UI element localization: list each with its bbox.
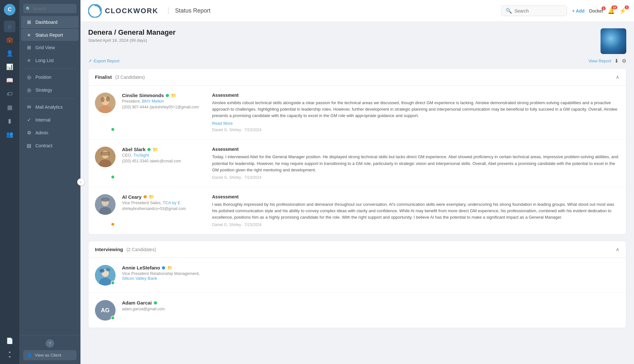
finalist-collapse-button[interactable]: ∧: [616, 74, 620, 80]
rail-circle-icon[interactable]: ●●: [4, 349, 15, 360]
rail-home-icon[interactable]: ⌂: [4, 21, 15, 32]
add-button[interactable]: + Add: [572, 8, 585, 14]
sidebar-collapse-button[interactable]: ‹: [77, 178, 84, 186]
sidebar: ‹ 🔍 ⊞ Dashboard ≡ Status Report ⊞ Grid V…: [19, 0, 80, 364]
candidate-company-link[interactable]: TruSight: [133, 153, 149, 158]
candidate-company-link[interactable]: BNY Mellon: [142, 99, 164, 104]
rail-users-icon[interactable]: 👤: [4, 48, 15, 59]
table-row: Al Ceary 📁 Vice President Sales, TCA by …: [89, 187, 626, 234]
candidate-contact-cinslie: (203) 907-4444 /jackshirley05+1@gmail.co…: [122, 105, 206, 109]
topbar-search-box: 🔍: [501, 5, 567, 16]
assessment-block-annie: [212, 265, 620, 286]
sidebar-item-admin[interactable]: ⚙ Admin: [21, 127, 79, 139]
rail-user-group-icon[interactable]: 👥: [4, 129, 15, 140]
candidate-contact-abel: (203) 451-3340 /abelc@cmail.com: [122, 159, 206, 163]
page-title: Denera / General Manager: [88, 28, 175, 37]
candidate-info-cinslie: Cinslie Simmonds 📁 President, BNY Mellon…: [122, 93, 206, 132]
sidebar-bottom: ? 👤 View as Client: [19, 335, 80, 364]
svg-point-17: [99, 269, 105, 273]
candidate-name-al: Al Ceary 📁: [122, 194, 206, 200]
sidebar-item-strategy[interactable]: ◎ Strategy: [21, 84, 79, 96]
sidebar-item-label: Grid View: [35, 45, 55, 50]
candidate-name-annie: Annie LeStefano 📁: [122, 265, 206, 270]
view-as-client-button[interactable]: 👤 View as Client: [23, 350, 77, 360]
svg-point-5: [106, 96, 110, 102]
sidebar-item-grid-view[interactable]: ⊞ Grid View: [21, 41, 79, 54]
topbar-search-icon: 🔍: [506, 8, 512, 14]
topbar-logo: CLOCKWORK: [88, 4, 158, 18]
candidate-info-adam: Adam Garcai adam.garcia@gmail.com: [122, 300, 206, 321]
candidate-contact-adam: adam.garcia@gmail.com: [122, 307, 206, 311]
rail-tag-icon[interactable]: 🏷: [4, 88, 15, 100]
status-indicator: [144, 195, 147, 198]
sidebar-divider: [24, 68, 76, 69]
candidate-role-abel: CEO, TruSight: [122, 153, 206, 158]
sidebar-item-contract[interactable]: ▤ Contract: [21, 140, 79, 152]
docket-badge: 1: [601, 6, 606, 10]
notifications-button[interactable]: 🔔10: [608, 7, 615, 14]
interviewing-section-header: Interviewing (2 Candidates) ∧: [89, 241, 626, 258]
candidate-info-annie: Annie LeStefano 📁 Vice President Relatio…: [122, 265, 206, 286]
topbar-actions: + Add Docket1 🔔10 ⚡1: [572, 7, 626, 14]
folder-icon: 📁: [171, 93, 176, 98]
rail-layers-icon[interactable]: ▦: [4, 102, 15, 113]
sidebar-item-internal[interactable]: ✓ Internal: [21, 114, 79, 126]
rail-briefcase-icon[interactable]: 💼: [4, 34, 15, 46]
candidate-info-al: Al Ceary 📁 Vice President Sales, TCA by …: [122, 194, 206, 227]
svg-point-18: [106, 268, 110, 271]
topbar: CLOCKWORK Status Report 🔍 + Add Docket1 …: [80, 0, 634, 22]
view-client-label: View as Client: [35, 353, 61, 358]
sidebar-item-long-list[interactable]: ≡ Long List: [21, 54, 79, 66]
avatar-image-cinslie: [95, 93, 116, 113]
rail-bar-chart-icon[interactable]: ▮: [4, 115, 15, 127]
read-more-link[interactable]: Read More: [212, 121, 620, 126]
assessment-block-adam: [212, 300, 620, 321]
sidebar-item-label: Admin: [35, 130, 48, 135]
avatar-image-al: [95, 194, 116, 215]
view-report-button[interactable]: View Report: [588, 59, 611, 63]
view-client-icon: 👤: [27, 353, 32, 358]
page-header-right: [601, 28, 626, 54]
sidebar-item-status-report[interactable]: ≡ Status Report: [21, 29, 79, 41]
rail-chart-icon[interactable]: 📊: [4, 61, 15, 73]
status-dot-al: [111, 222, 115, 226]
sub-right-actions: View Report ⬇ ⚙: [588, 58, 626, 64]
admin-icon: ⚙: [26, 130, 32, 136]
status-indicator: [166, 94, 169, 97]
table-row: Abel Slark 📁 CEO, TruSight (203) 451-334…: [89, 140, 626, 187]
grid-view-icon: ⊞: [26, 45, 32, 50]
interviewing-collapse-button[interactable]: ∧: [616, 246, 620, 252]
sidebar-search-input[interactable]: [23, 4, 77, 13]
rail-logo-icon[interactable]: C: [4, 4, 15, 15]
avatar-wrap-al: [95, 194, 116, 227]
sidebar-item-position[interactable]: ◎ Position: [21, 71, 79, 83]
candidate-company-link[interactable]: Silicon Valley Bank: [122, 276, 157, 281]
ai-visualization: [601, 28, 626, 54]
avatar: [95, 147, 116, 167]
sidebar-item-dashboard[interactable]: ⊞ Dashboard: [21, 16, 79, 28]
alerts-button[interactable]: ⚡1: [619, 7, 626, 14]
docket-button[interactable]: Docket1: [589, 8, 603, 14]
folder-icon: 📁: [153, 147, 158, 152]
settings-icon[interactable]: ⚙: [622, 58, 626, 64]
help-icon[interactable]: ?: [46, 339, 54, 348]
svg-point-13: [101, 198, 109, 202]
export-report-button[interactable]: ↗ Export Report: [88, 59, 119, 63]
rail-file-icon[interactable]: 📄: [4, 335, 15, 347]
folder-icon: 📁: [149, 194, 154, 199]
topbar-search-input[interactable]: [515, 8, 563, 14]
finalist-count: (3 Candidates): [115, 75, 145, 80]
sub-actions-bar: ↗ Export Report View Report ⬇ ⚙: [88, 58, 626, 64]
sidebar-item-mail-analytics[interactable]: ✉ Mail Analytics: [21, 101, 79, 113]
avatar-image-abel: [95, 147, 116, 167]
export-label: Export Report: [94, 59, 119, 63]
download-icon[interactable]: ⬇: [614, 58, 619, 64]
topbar-title: Status Report: [168, 7, 210, 14]
rail-book-icon[interactable]: 📖: [4, 75, 15, 86]
assessment-block-cinslie: Assessment Ainslee exhibits robust techn…: [212, 93, 620, 132]
candidate-company-link[interactable]: TCA by E: [163, 200, 181, 205]
status-dot-cinslie: [111, 127, 115, 132]
interviewing-section-title-wrap: Interviewing (2 Candidates): [95, 247, 156, 252]
long-list-icon: ≡: [26, 58, 32, 63]
assessment-meta: Daniel G. Shirley · 7/23/2024: [212, 175, 620, 180]
